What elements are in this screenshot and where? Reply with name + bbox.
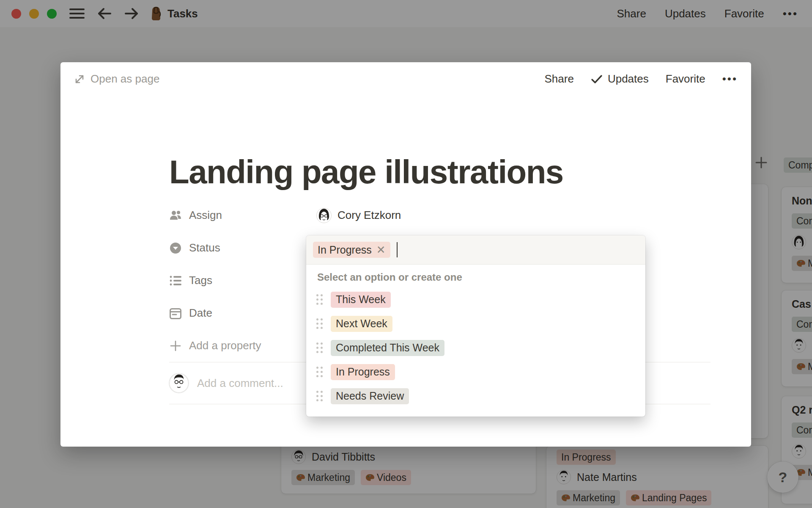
property-label-date[interactable]: Date	[169, 306, 316, 320]
expand-icon	[74, 74, 85, 85]
status-option-list: Select an option or create one This Week…	[306, 265, 645, 417]
status-option-needs-review[interactable]: Needs Review	[306, 384, 645, 408]
calendar-icon	[169, 307, 182, 319]
avatar	[169, 373, 189, 393]
property-label-assign[interactable]: Assign	[169, 209, 316, 222]
modal-actions: Share Updates Favorite •••	[545, 72, 738, 86]
drag-handle-icon[interactable]	[316, 294, 323, 305]
property-label-tags[interactable]: Tags	[169, 274, 316, 287]
open-as-page-button[interactable]: Open as page	[74, 72, 159, 86]
page-title[interactable]: Landing page illustrations	[169, 155, 710, 189]
avatar	[316, 208, 332, 223]
modal-more-button[interactable]: •••	[722, 72, 738, 86]
people-icon	[169, 210, 182, 221]
check-icon	[591, 75, 603, 84]
drag-handle-icon[interactable]	[316, 367, 323, 377]
dropdown-hint: Select an option or create one	[306, 271, 645, 287]
status-option-completed-this-week[interactable]: Completed This Week	[306, 336, 645, 360]
modal-favorite-button[interactable]: Favorite	[666, 72, 705, 86]
drag-handle-icon[interactable]	[316, 342, 323, 353]
status-option-in-progress[interactable]: In Progress	[306, 360, 645, 384]
drag-handle-icon[interactable]	[316, 318, 323, 329]
plus-icon	[169, 340, 182, 351]
status-icon	[169, 242, 182, 254]
list-icon	[169, 276, 182, 286]
modal-updates-button[interactable]: Updates	[591, 72, 649, 86]
comment-placeholder: Add a comment...	[197, 377, 283, 390]
text-cursor	[397, 242, 398, 257]
property-value-assign[interactable]: Cory Etzkorn	[316, 208, 401, 223]
modal-share-button[interactable]: Share	[545, 72, 574, 86]
modal-header: Open as page Share Updates Favorite •••	[60, 62, 751, 96]
status-option-next-week[interactable]: Next Week	[306, 312, 645, 336]
property-label-status[interactable]: Status	[169, 241, 316, 254]
status-option-this-week[interactable]: This Week	[306, 287, 645, 312]
status-input[interactable]: In Progress ✕	[306, 235, 645, 265]
status-dropdown: In Progress ✕ Select an option or create…	[306, 235, 645, 417]
remove-tag-icon[interactable]: ✕	[376, 244, 386, 255]
property-row-assign: Assign Cory Etzkorn	[169, 199, 710, 232]
selected-status-tag: In Progress ✕	[313, 242, 390, 258]
screen: Tasks Share Updates Favorite ••• David T…	[0, 0, 812, 508]
drag-handle-icon[interactable]	[316, 391, 323, 401]
